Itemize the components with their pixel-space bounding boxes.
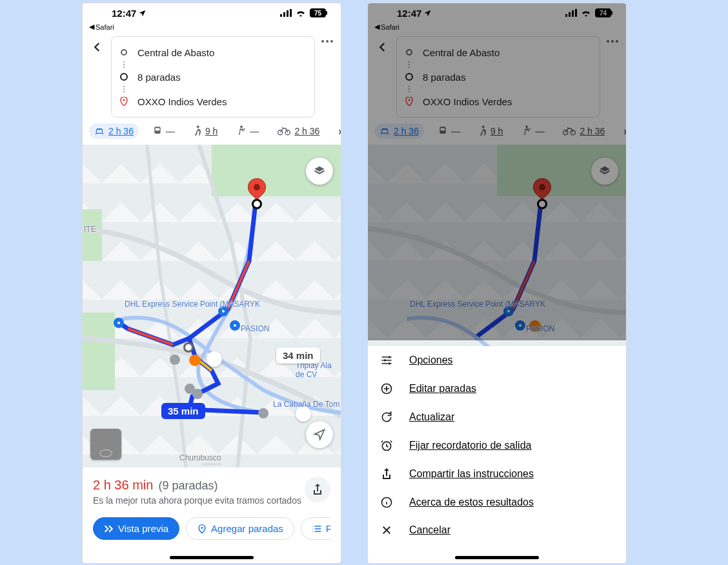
route-duration: 2 h 36 min [93,478,153,493]
svg-rect-2 [287,10,288,17]
travel-mode-tabs: 2 h 36 — 9 h — 2 h 36 [83,123,341,145]
svg-point-8 [121,74,127,80]
svg-rect-3 [290,9,292,17]
svg-point-13 [241,125,243,128]
steps-label: Pasos [326,523,330,534]
location-arrow-icon [313,428,326,441]
stop-marker[interactable] [114,318,124,328]
alt-route-time-bubble[interactable]: 34 min [276,347,320,364]
primary-route-time-bubble[interactable]: 35 min [161,403,205,419]
poi-marker[interactable] [189,354,201,366]
streetview-thumbnail[interactable] [90,429,121,460]
mode-flight[interactable] [334,123,341,139]
svg-point-7 [121,50,126,55]
poi-marker-white[interactable] [207,351,222,367]
menu-refresh[interactable]: Actualizar [368,403,626,431]
mode-walking-time: 9 h [205,126,217,136]
my-location-button[interactable] [306,421,333,448]
route-dots-icon [119,86,128,92]
menu-about[interactable]: Acerca de estos resultados [368,488,626,517]
svg-rect-1 [283,12,285,17]
mode-driving[interactable]: 2 h 36 [89,123,139,139]
options-menu: Opciones Editar paradas Actualizar Fijar… [368,346,626,563]
status-icons: 75 [280,8,328,17]
svg-rect-11 [156,128,160,130]
sheet-handle[interactable] [202,463,221,466]
map-view[interactable]: DHL Express Service Point (MASARYK PASIO… [83,145,341,467]
svg-point-12 [197,125,199,128]
stop-marker[interactable] [183,342,194,353]
mode-accessible-time: — [250,126,258,136]
preview-button[interactable]: Vista previa [93,517,179,540]
location-arrow-icon [138,9,147,17]
back-caret-icon: ◀ [89,23,94,31]
route-summary-card[interactable]: Central de Abasto 8 paradas OXXO Indios … [111,36,315,118]
menu-edit-stops[interactable]: Editar paradas [368,375,626,403]
walk-icon [194,125,201,137]
car-icon [94,127,105,136]
share-button[interactable] [305,477,330,502]
menu-options[interactable]: Opciones [368,346,626,375]
add-location-icon [197,524,207,534]
menu-share[interactable]: Compartir las instrucciones [368,460,626,488]
stop-dot-gray[interactable] [258,408,268,418]
tune-icon [379,354,394,367]
plane-icon [339,126,341,136]
route-stops-count: (9 paradas) [158,479,217,493]
menu-reminder-label: Fijar recordatorio de salida [409,440,531,451]
map-poi-label: DHL Express Service Point (MASARYK [125,300,260,309]
mode-driving-time: 2 h 36 [108,126,134,136]
share-icon [379,467,394,480]
info-icon [379,496,394,509]
wave-icon [237,125,246,137]
menu-refresh-label: Actualizar [409,411,454,423]
more-options-button[interactable] [320,36,334,46]
back-button[interactable] [89,36,106,61]
destination-pin-icon [119,97,128,106]
stop-dot-gray[interactable] [170,354,180,365]
back-app-label: Safari [96,23,114,31]
status-time: 12:47 [112,8,147,19]
battery-icon: 75 [310,8,328,17]
train-icon [153,126,162,136]
mode-accessible[interactable]: — [232,123,263,139]
layers-button[interactable] [306,158,333,185]
map-poi-label: PASION [241,324,269,333]
share-icon [312,483,323,496]
mode-walking[interactable]: 9 h [188,123,223,139]
phone-screenshot-left: 12:47 75 ◀ Safari Central de Abasto 8 pa… [83,3,341,563]
wifi-icon [296,9,306,17]
add-stops-button[interactable]: Agregar paradas [186,517,294,540]
modal-scrim[interactable] [368,3,626,340]
menu-reminder[interactable]: Fijar recordatorio de salida [368,431,626,460]
map-area-label: Churubusco [179,453,221,462]
add-stops-label: Agregar paradas [211,523,283,534]
close-icon [379,524,394,536]
stop-marker[interactable] [230,320,240,331]
home-indicator [455,556,539,559]
cellular-icon [280,9,292,17]
preview-label: Vista previa [118,523,168,534]
mode-transit[interactable]: — [148,123,179,139]
route-origin: Central de Abasto [137,47,214,58]
route-stops: 8 paradas [137,72,181,83]
stop-marker[interactable] [252,199,262,209]
phone-screenshot-right: 12:47 74 ◀ Safari Central de Abasto 8 pa… [368,3,626,563]
back-to-app[interactable]: ◀ Safari [83,23,341,34]
layers-icon [313,165,326,178]
stop-dot-gray[interactable] [192,389,203,399]
map-poi-label: Triplay Ala de CV [296,361,341,379]
list-icon [312,524,322,533]
svg-point-32 [389,356,390,358]
menu-options-label: Opciones [409,354,453,366]
mode-cycling-time: 2 h 36 [294,126,319,136]
stops-circle-icon [119,73,128,81]
svg-point-34 [389,362,390,364]
steps-button[interactable]: Pasos [301,517,330,540]
status-bar: 12:47 75 [83,3,341,23]
chevron-left-icon [92,41,103,53]
menu-share-label: Compartir las instrucciones [409,468,534,480]
mode-cycling[interactable]: 2 h 36 [272,123,325,139]
svg-text:75: 75 [314,10,322,17]
menu-cancel[interactable]: Cancelar [368,517,626,544]
